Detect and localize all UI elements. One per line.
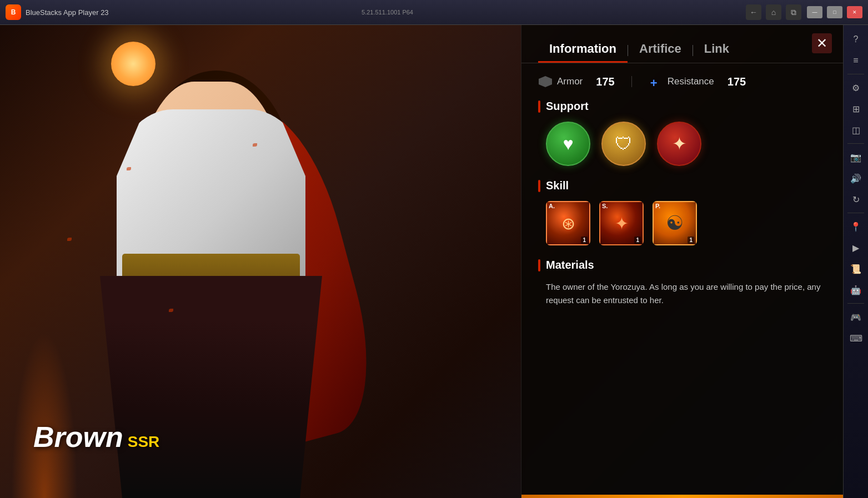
sidebar-divider-1 <box>847 74 864 74</box>
sidebar-keyboard-icon[interactable]: ⌨ <box>846 328 866 348</box>
materials-section-header: Materials <box>538 259 826 271</box>
armor-value: 175 <box>596 76 614 88</box>
materials-section-title: Materials <box>546 259 594 271</box>
minimize-button[interactable]: — <box>807 6 822 18</box>
armor-stat: Armor 175 <box>538 74 615 89</box>
character-name-text: Brown <box>33 420 123 454</box>
stats-row: Armor 175 Resistance <box>538 74 826 89</box>
app-version: 5.21.511.1001 P64 <box>362 9 413 16</box>
right-sidebar: ? ≡ ⚙ ⊞ ◫ 📷 🔊 ↻ 📍 ▶ 📜 🤖 🎮 ⌨ <box>843 25 868 498</box>
resistance-label: Resistance <box>668 76 714 87</box>
bottom-accent-bar <box>521 495 843 498</box>
sidebar-divider-2 <box>847 143 864 144</box>
skill-a-level: 1 <box>581 237 588 244</box>
sidebar-grid-icon[interactable]: ⊞ <box>846 99 866 119</box>
skill-section-bar <box>538 180 540 192</box>
resistance-icon-container <box>649 74 663 89</box>
close-window-button[interactable]: ✕ <box>847 6 862 18</box>
skill-s-level: 1 <box>634 237 641 244</box>
sidebar-ai-icon[interactable]: 🤖 <box>846 280 866 300</box>
character-name-area: Brown SSR <box>33 420 159 454</box>
main-content: Brown SSR ✕ Information Artifice Link <box>0 25 868 498</box>
skill-section-header: Skill <box>538 179 826 192</box>
sidebar-location-icon[interactable]: 📍 <box>846 217 866 237</box>
sidebar-divider-4 <box>847 303 864 304</box>
window-controls: — □ ✕ <box>807 6 862 18</box>
skill-p-inner: ☯ <box>666 212 684 235</box>
heart-icon: ♥ <box>563 134 574 154</box>
nav-duplicate-btn[interactable]: ⧉ <box>786 4 801 20</box>
skill-p-level: 1 <box>688 237 694 244</box>
nav-home-btn[interactable]: ⌂ <box>766 4 781 20</box>
support-icon-gold[interactable]: 🛡 <box>601 122 646 166</box>
support-icon-red[interactable]: ✦ <box>657 122 701 166</box>
panel-content: Armor 175 Resistance <box>521 63 843 318</box>
character-bottom <box>100 276 322 498</box>
tab-artifice[interactable]: Artifice <box>628 36 693 63</box>
info-panel: ✕ Information Artifice Link <box>521 25 843 498</box>
app-title: BlueStacks App Player 23 <box>26 8 358 17</box>
resistance-stat: Resistance 175 <box>649 74 746 89</box>
nav-back-btn[interactable]: ← <box>746 4 761 20</box>
support-icons-row: ♥ 🛡 ✦ <box>538 122 826 166</box>
sidebar-macro-icon[interactable]: ▶ <box>846 238 866 258</box>
resistance-icon <box>650 76 661 87</box>
sidebar-divider-3 <box>847 213 864 213</box>
skill-p-icon[interactable]: P. ☯ 1 <box>653 201 697 245</box>
sidebar-volume-icon[interactable]: 🔊 <box>846 168 866 188</box>
fire-icon: ✦ <box>672 133 687 154</box>
sidebar-menu-icon[interactable]: ≡ <box>846 51 866 71</box>
armor-icon <box>539 76 552 87</box>
support-icon-green[interactable]: ♥ <box>546 122 590 166</box>
maximize-button[interactable]: □ <box>827 6 842 18</box>
sidebar-layout-icon[interactable]: ◫ <box>846 120 866 140</box>
skill-section-title: Skill <box>546 179 569 192</box>
armor-label: Armor <box>557 76 583 87</box>
support-section-header: Support <box>538 100 826 113</box>
skill-s-inner: ✦ <box>615 214 629 233</box>
materials-section-bar <box>538 259 540 271</box>
support-section-title: Support <box>546 100 589 113</box>
particle-4 <box>169 309 173 312</box>
skill-a-inner: ⊛ <box>561 214 575 233</box>
armor-icon-container <box>538 74 553 89</box>
sidebar-gamepad-icon[interactable]: 🎮 <box>846 307 866 327</box>
tab-link[interactable]: Link <box>693 36 740 63</box>
particle-1 <box>127 167 131 170</box>
tab-information[interactable]: Information <box>538 36 628 63</box>
materials-section: Materials The owner of the Yorozuya. As … <box>538 259 826 307</box>
stat-separator <box>631 76 632 87</box>
resistance-value: 175 <box>727 76 746 88</box>
title-bar: B BlueStacks App Player 23 5.21.511.1001… <box>0 0 868 25</box>
panel-tabs: Information Artifice Link <box>521 25 843 63</box>
skill-icons-row: A. ⊛ 1 S. ✦ 1 P. ☯ <box>538 201 826 245</box>
sidebar-script-icon[interactable]: 📜 <box>846 259 866 279</box>
character-rarity: SSR <box>128 433 160 451</box>
materials-description: The owner of the Yorozuya. As long as yo… <box>538 280 826 307</box>
sidebar-settings-icon[interactable]: ⚙ <box>846 78 866 98</box>
game-area: Brown SSR ✕ Information Artifice Link <box>0 25 843 498</box>
shield-icon: 🛡 <box>615 134 633 154</box>
skill-a-icon[interactable]: A. ⊛ 1 <box>546 201 590 245</box>
app-logo: B <box>6 4 21 20</box>
sidebar-help-icon[interactable]: ? <box>846 29 866 49</box>
sidebar-camera-icon[interactable]: 📷 <box>846 147 866 167</box>
skill-s-icon[interactable]: S. ✦ 1 <box>599 201 644 245</box>
skill-s-label: S. <box>602 203 608 209</box>
nav-controls: ← ⌂ ⧉ <box>746 4 801 20</box>
support-section-bar <box>538 100 540 113</box>
skill-a-label: A. <box>549 203 555 209</box>
skill-p-label: P. <box>655 203 660 209</box>
sidebar-rotate-icon[interactable]: ↻ <box>846 189 866 209</box>
